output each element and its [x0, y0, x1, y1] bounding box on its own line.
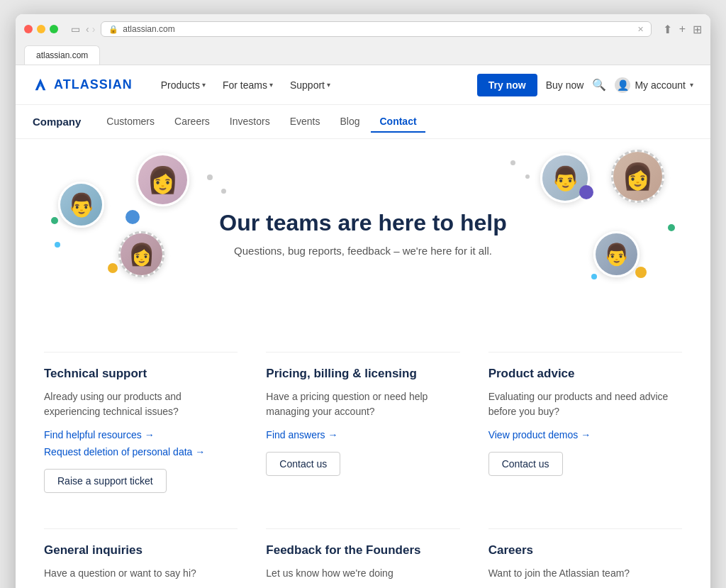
- hero-title: Our teams are here to help: [44, 210, 682, 236]
- nav-products[interactable]: Products ▾: [154, 75, 213, 95]
- card-title: Product advice: [488, 367, 682, 381]
- card-link-product-demos[interactable]: View product demos →: [488, 429, 682, 440]
- site-content: ATLASSIAN Products ▾ For teams ▾ Support…: [16, 65, 710, 588]
- card-title: General inquiries: [44, 543, 238, 558]
- nav-actions: Try now Buy now 🔍 👤 My account ▾: [477, 74, 693, 96]
- maximize-button[interactable]: [50, 25, 58, 33]
- subnav-contact[interactable]: Contact: [371, 111, 425, 133]
- card-title: Feedback for the Founders: [266, 543, 459, 558]
- grid-icon[interactable]: ⊞: [693, 23, 702, 36]
- logo[interactable]: ATLASSIAN: [33, 77, 133, 93]
- hero-section: 👨 👩 👩 👨: [16, 139, 710, 338]
- tab-title: atlassian.com: [36, 50, 88, 60]
- chevron-down-icon: ▾: [327, 81, 330, 89]
- nav-for-teams[interactable]: For teams ▾: [216, 75, 280, 95]
- cards-grid: Technical support Already using our prod…: [44, 352, 682, 588]
- raise-support-ticket-button[interactable]: Raise a support ticket: [44, 469, 167, 493]
- sub-nav: Company Customers Careers Investors Even…: [16, 105, 710, 139]
- browser-chrome: ▭ ‹ › 🔒 atlassian.com ✕ ⬆ + ⊞ atlassian.…: [16, 14, 710, 65]
- try-now-button[interactable]: Try now: [477, 74, 537, 96]
- card-desc: Have a question or want to say hi?: [44, 566, 238, 581]
- dot-gold: [108, 263, 118, 273]
- subnav-customers[interactable]: Customers: [98, 111, 163, 133]
- account-avatar: 👤: [615, 77, 630, 93]
- lock-icon: 🔒: [108, 25, 118, 34]
- card-careers: Careers Want to join the Atlassian team?…: [488, 528, 682, 588]
- subnav-blog[interactable]: Blog: [331, 111, 368, 133]
- top-nav: ATLASSIAN Products ▾ For teams ▾ Support…: [16, 65, 710, 105]
- avatar-2: 👩: [136, 153, 189, 206]
- card-link-find-answers[interactable]: Find answers →: [266, 429, 459, 440]
- back-arrow-icon[interactable]: ‹: [86, 23, 89, 35]
- card-title: Technical support: [44, 367, 238, 381]
- card-link-find-resources[interactable]: Find helpful resources →: [44, 429, 238, 440]
- avatar-5: 👩: [611, 150, 664, 203]
- dot-gray-right-1: [510, 160, 515, 165]
- logo-icon: [33, 77, 48, 93]
- account-menu[interactable]: 👤 My account ▾: [615, 77, 693, 93]
- subnav-events[interactable]: Events: [281, 111, 329, 133]
- card-technical-support: Technical support Already using our prod…: [44, 352, 238, 507]
- nav-arrows: ‹ ›: [86, 23, 95, 35]
- section-label: Company: [33, 116, 81, 128]
- dot-gold-right: [635, 267, 647, 278]
- cards-section: Technical support Already using our prod…: [16, 338, 710, 588]
- dot-gray-1: [207, 174, 213, 180]
- browser-tab[interactable]: atlassian.com: [24, 45, 100, 65]
- nav-support[interactable]: Support ▾: [283, 75, 337, 95]
- hero-subtitle: Questions, bug reports, feedback – we're…: [44, 245, 682, 257]
- close-button[interactable]: [24, 25, 33, 33]
- traffic-lights: [24, 25, 58, 33]
- new-tab-icon[interactable]: +: [679, 23, 686, 36]
- close-tab-icon[interactable]: ✕: [637, 25, 644, 34]
- card-desc: Already using our products and experienc…: [44, 389, 238, 419]
- share-icon[interactable]: ⬆: [663, 23, 672, 36]
- nav-links: Products ▾ For teams ▾ Support ▾: [154, 75, 337, 95]
- card-desc: Have a pricing question or need help man…: [266, 389, 459, 419]
- dot-gray-2: [221, 189, 226, 194]
- window-controls: ▭: [71, 23, 80, 35]
- card-pricing-billing: Pricing, billing & licensing Have a pric…: [266, 352, 459, 507]
- contact-us-button-pricing[interactable]: Contact us: [266, 452, 340, 476]
- chevron-down-icon: ▾: [202, 81, 206, 89]
- dot-lightblue-right: [591, 274, 597, 279]
- logo-text: ATLASSIAN: [54, 77, 133, 92]
- account-label: My account: [635, 79, 686, 91]
- browser-window: ▭ ‹ › 🔒 atlassian.com ✕ ⬆ + ⊞ atlassian.…: [16, 14, 710, 588]
- card-desc: Want to join the Atlassian team?: [488, 566, 682, 581]
- address-bar[interactable]: 🔒 atlassian.com ✕: [101, 21, 651, 37]
- forward-arrow-icon[interactable]: ›: [92, 23, 96, 35]
- contact-us-button-advice[interactable]: Contact us: [488, 452, 563, 476]
- search-icon[interactable]: 🔍: [592, 78, 606, 91]
- hero-text: Our teams are here to help Questions, bu…: [44, 210, 682, 257]
- url-text: atlassian.com: [123, 24, 174, 34]
- subnav-careers[interactable]: Careers: [166, 111, 218, 133]
- subnav-investors[interactable]: Investors: [221, 111, 279, 133]
- card-product-advice: Product advice Evaluating our products a…: [488, 352, 682, 507]
- dot-purple: [579, 185, 593, 199]
- browser-actions: ⬆ + ⊞: [663, 23, 702, 36]
- chevron-down-icon: ▾: [269, 81, 273, 89]
- card-title: Careers: [488, 543, 682, 558]
- chevron-down-icon: ▾: [690, 81, 693, 89]
- card-link-request-deletion[interactable]: Request deletion of personal data →: [44, 446, 238, 457]
- avatar-4: 👨: [540, 153, 590, 203]
- card-desc: Let us know how we're doing: [266, 566, 459, 581]
- card-feedback-founders: Feedback for the Founders Let us know ho…: [266, 528, 459, 588]
- minimize-button[interactable]: [37, 25, 45, 33]
- card-title: Pricing, billing & licensing: [266, 367, 459, 381]
- card-general-inquiries: General inquiries Have a question or wan…: [44, 528, 238, 588]
- sidebar-toggle-icon[interactable]: ▭: [71, 23, 80, 35]
- card-desc: Evaluating our products and need advice …: [488, 389, 682, 419]
- buy-now-button[interactable]: Buy now: [546, 79, 584, 91]
- dot-gray-right-2: [525, 174, 530, 179]
